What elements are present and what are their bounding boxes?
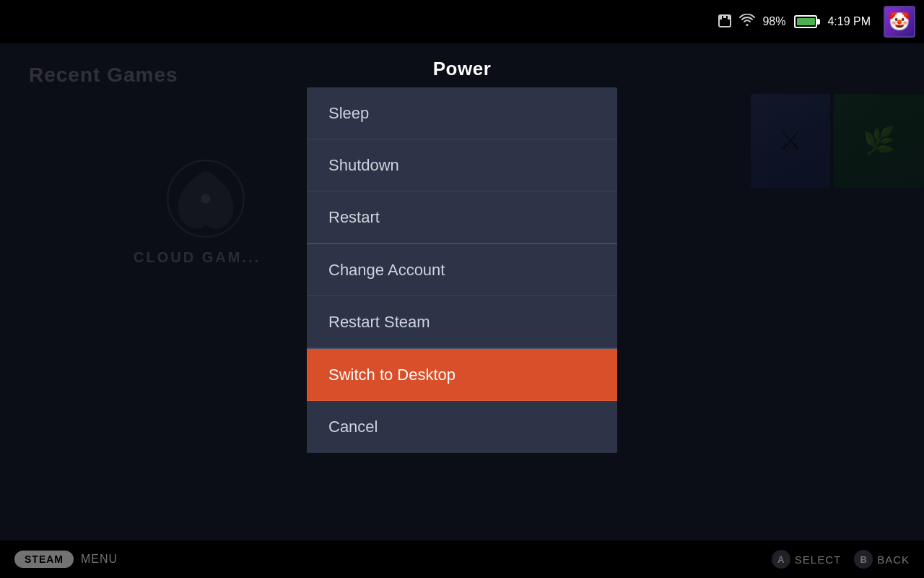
- battery-percentage: 98%: [762, 15, 785, 28]
- power-dialog: Power Sleep Shutdown Restart Change Acco…: [307, 58, 617, 453]
- menu-item-sleep[interactable]: Sleep: [307, 87, 617, 139]
- sd-card-icon: [718, 12, 732, 32]
- menu-item-restart-steam[interactable]: Restart Steam: [307, 296, 617, 348]
- power-dialog-title: Power: [307, 58, 617, 80]
- menu-item-cancel[interactable]: Cancel: [307, 401, 617, 453]
- battery-icon: [794, 15, 817, 28]
- svg-rect-3: [719, 15, 722, 20]
- svg-rect-4: [723, 15, 726, 18]
- svg-rect-5: [728, 15, 731, 20]
- top-bar: 98% 4:19 PM 🤡: [0, 0, 924, 43]
- menu-item-restart[interactable]: Restart: [307, 191, 617, 243]
- battery-fill: [797, 18, 815, 25]
- menu-item-shutdown[interactable]: Shutdown: [307, 139, 617, 191]
- clock-display: 4:19 PM: [827, 15, 871, 28]
- status-icons: 98% 4:19 PM 🤡: [718, 6, 915, 38]
- menu-item-switch-to-desktop[interactable]: Switch to Desktop: [307, 349, 617, 401]
- menu-item-change-account[interactable]: Change Account: [307, 244, 617, 296]
- avatar[interactable]: 🤡: [884, 6, 915, 38]
- power-menu: Sleep Shutdown Restart Change Account Re…: [307, 87, 617, 453]
- wifi-icon: [739, 14, 755, 30]
- avatar-image: 🤡: [889, 12, 910, 32]
